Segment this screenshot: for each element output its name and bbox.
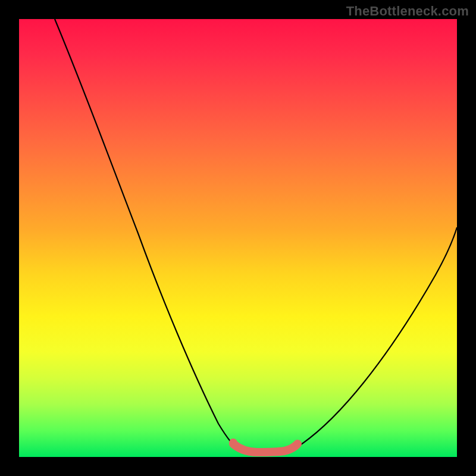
valley-highlight — [233, 444, 296, 452]
watermark-text: TheBottleneck.com — [346, 4, 469, 19]
curve-layer — [19, 19, 457, 457]
curve-right-branch — [293, 227, 457, 450]
curve-left-branch — [55, 19, 240, 451]
valley-highlight-left-cap — [229, 439, 237, 447]
chart-frame: TheBottleneck.com — [0, 0, 476, 476]
plot-area — [19, 19, 457, 457]
valley-highlight-right-cap — [293, 440, 302, 448]
